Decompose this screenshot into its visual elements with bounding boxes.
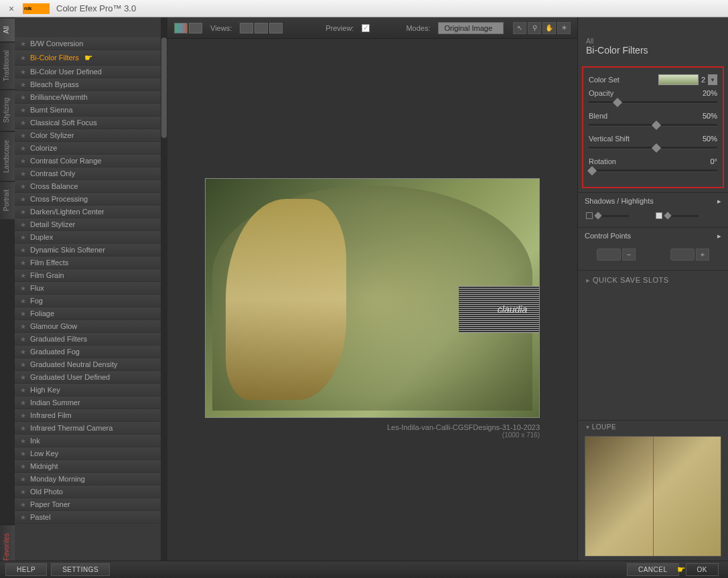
star-icon[interactable]: ★ [20, 386, 26, 394]
filter-item[interactable]: ★High Key [15, 384, 161, 396]
filter-item[interactable]: ★Infrared Thermal Camera [15, 422, 161, 435]
star-icon[interactable]: ★ [20, 170, 26, 177]
star-icon[interactable]: ★ [20, 425, 26, 432]
filter-item[interactable]: ★Ink [15, 435, 161, 447]
filter-item[interactable]: ★Graduated Neutral Density [15, 358, 161, 371]
view-color-icon[interactable] [174, 23, 188, 33]
star-icon[interactable]: ★ [20, 450, 26, 457]
star-icon[interactable]: ★ [20, 54, 26, 62]
filter-item[interactable]: ★Contrast Only [15, 167, 161, 180]
filter-item[interactable]: ★Dynamic Skin Softener [15, 244, 161, 257]
star-icon[interactable]: ★ [20, 412, 26, 419]
color-swatch[interactable] [658, 74, 699, 85]
close-icon[interactable]: × [5, 3, 17, 15]
view-bw-icon[interactable] [189, 23, 202, 33]
star-icon[interactable]: ★ [20, 81, 26, 88]
loupe-header[interactable]: LOUPE [578, 420, 728, 433]
highlights-box[interactable] [656, 212, 662, 219]
vtab-portrait[interactable]: Portrait [0, 181, 15, 219]
filter-item[interactable]: ★Brilliance/Warmth [15, 91, 161, 104]
filter-item[interactable]: ★Glamour Glow [15, 320, 161, 333]
minus-button[interactable]: − [622, 248, 636, 261]
filter-item[interactable]: ★Cross Balance [15, 180, 161, 193]
quick-save-slots[interactable]: QUICK SAVE SLOTS [578, 270, 728, 290]
filter-item[interactable]: ★Old Photo [15, 486, 161, 498]
filter-item[interactable]: ★Infrared Film [15, 409, 161, 422]
filter-item[interactable]: ★Monday Morning [15, 473, 161, 486]
star-icon[interactable]: ★ [20, 246, 26, 254]
modes-select[interactable]: Original Image [438, 22, 504, 34]
dropdown-icon[interactable]: ▼ [708, 74, 717, 85]
settings-button[interactable]: SETTINGS [51, 563, 110, 576]
star-icon[interactable]: ★ [20, 119, 26, 127]
filter-item[interactable]: ★B/W Conversion [15, 38, 161, 50]
star-icon[interactable]: ★ [20, 183, 26, 190]
star-icon[interactable]: ★ [20, 348, 26, 356]
star-icon[interactable]: ★ [20, 285, 26, 292]
filter-item[interactable]: ★Film Effects [15, 257, 161, 269]
star-icon[interactable]: ★ [20, 234, 26, 241]
tool-hand-icon[interactable]: ✋ [542, 22, 556, 34]
filter-item[interactable]: ★Fog [15, 295, 161, 307]
star-icon[interactable]: ★ [20, 399, 26, 407]
tool-zoom-icon[interactable]: ⚲ [528, 22, 541, 34]
filter-item[interactable]: ★Foliage [15, 307, 161, 320]
star-icon[interactable]: ★ [20, 374, 26, 381]
scroll-thumb[interactable] [161, 38, 167, 138]
shadows-slider[interactable] [595, 215, 629, 217]
filter-item[interactable]: ★Midnight [15, 460, 161, 473]
control-points-header[interactable]: Control Points▸ [578, 227, 728, 244]
filter-item[interactable]: ★Classical Soft Focus [15, 117, 161, 129]
star-icon[interactable]: ★ [20, 221, 26, 228]
cp-add2-button[interactable] [670, 248, 695, 261]
star-icon[interactable]: ★ [20, 437, 26, 445]
slider[interactable] [589, 101, 717, 104]
filter-item[interactable]: ★Colorize [15, 142, 161, 155]
cp-add-button[interactable] [597, 248, 621, 261]
star-icon[interactable]: ★ [20, 463, 26, 470]
star-icon[interactable]: ★ [20, 106, 26, 114]
tool-move-icon[interactable]: ↖ [513, 22, 526, 34]
star-icon[interactable]: ★ [20, 476, 26, 483]
star-icon[interactable]: ★ [20, 68, 26, 76]
star-icon[interactable]: ★ [20, 336, 26, 343]
view-split-icon[interactable] [254, 23, 268, 33]
preview-image[interactable]: claudia [205, 178, 540, 418]
plus-button[interactable]: + [696, 248, 709, 261]
filter-item[interactable]: ★Burnt Sienna [15, 104, 161, 117]
vtab-all[interactable]: All [0, 17, 15, 42]
filter-list[interactable]: ★B/W Conversion★Bi-Color Filters☛★Bi-Col… [15, 17, 161, 578]
vtab-landscape[interactable]: Landscape [0, 131, 15, 181]
filter-item[interactable]: ★Color Stylizer [15, 129, 161, 142]
star-icon[interactable]: ★ [20, 361, 26, 368]
highlights-slider[interactable] [665, 215, 699, 217]
slider-thumb[interactable] [613, 98, 622, 107]
view-side-icon[interactable] [269, 23, 283, 33]
preview-checkbox[interactable]: ✓ [362, 24, 370, 32]
star-icon[interactable]: ★ [20, 272, 26, 279]
filter-item[interactable]: ★Low Key [15, 447, 161, 460]
cancel-button[interactable]: CANCEL [627, 563, 679, 576]
loupe-view[interactable] [585, 436, 721, 557]
slider[interactable] [589, 124, 717, 127]
filter-item[interactable]: ★Bleach Bypass [15, 78, 161, 91]
filter-item[interactable]: ★Bi-Color Filters☛ [15, 50, 161, 66]
filter-item[interactable]: ★Duplex [15, 231, 161, 244]
star-icon[interactable]: ★ [20, 40, 26, 48]
slider[interactable] [589, 169, 717, 172]
filter-item[interactable]: ★Paper Toner [15, 498, 161, 511]
scrollbar[interactable] [161, 17, 167, 578]
vtab-traditional[interactable]: Traditional [0, 42, 15, 89]
shadows-header[interactable]: Shadows / Highlights▸ [578, 192, 728, 210]
filter-item[interactable]: ★Indian Summer [15, 396, 161, 409]
star-icon[interactable]: ★ [20, 94, 26, 101]
star-icon[interactable]: ★ [20, 132, 26, 139]
filter-item[interactable]: ★Cross Processing [15, 193, 161, 206]
vtab-stylizing[interactable]: Stylizing [0, 89, 15, 131]
star-icon[interactable]: ★ [20, 514, 26, 521]
tool-light-icon[interactable]: ☀ [557, 22, 571, 34]
filter-item[interactable]: ★Darken/Lighten Center [15, 206, 161, 218]
slider-thumb[interactable] [587, 166, 597, 175]
filter-item[interactable]: ★Bi-Color User Defined [15, 66, 161, 78]
view-single-icon[interactable] [240, 23, 253, 33]
